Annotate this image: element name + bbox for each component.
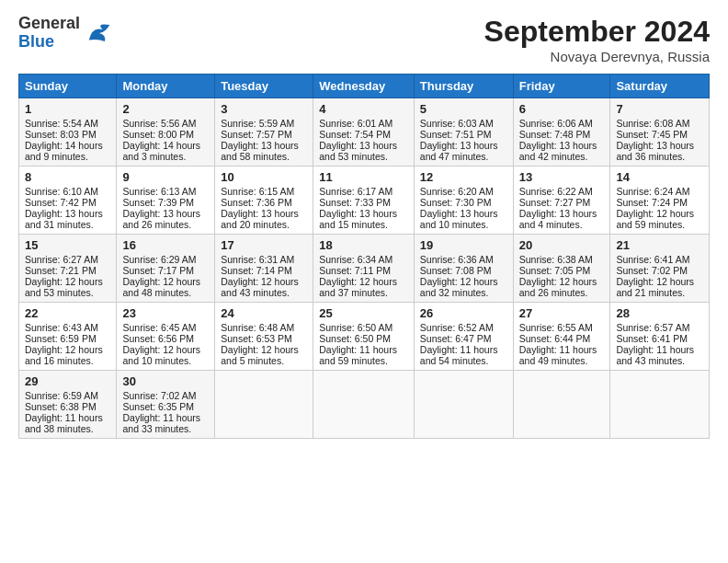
calendar-cell: 18Sunrise: 6:34 AMSunset: 7:11 PMDayligh…	[313, 235, 415, 303]
sunrise-label: Sunrise: 5:56 AM	[122, 118, 196, 129]
calendar-cell: 12Sunrise: 6:20 AMSunset: 7:30 PMDayligh…	[414, 167, 513, 235]
daylight-label: Daylight: 11 hours and 59 minutes.	[319, 344, 397, 366]
sunset-label: Sunset: 8:00 PM	[122, 129, 194, 140]
day-number: 8	[25, 170, 110, 184]
sunrise-label: Sunrise: 6:52 AM	[420, 322, 494, 333]
sunset-label: Sunset: 6:44 PM	[519, 333, 591, 344]
sunset-label: Sunset: 6:50 PM	[319, 333, 391, 344]
sunset-label: Sunset: 7:48 PM	[519, 129, 591, 140]
calendar-week-3: 15Sunrise: 6:27 AMSunset: 7:21 PMDayligh…	[19, 235, 710, 303]
day-number: 22	[25, 306, 110, 320]
daylight-label: Daylight: 13 hours and 36 minutes.	[616, 140, 694, 162]
day-number: 20	[519, 238, 605, 252]
logo-blue: Blue	[18, 33, 80, 52]
calendar-cell: 9Sunrise: 6:13 AMSunset: 7:39 PMDaylight…	[117, 167, 215, 235]
daylight-label: Daylight: 13 hours and 47 minutes.	[420, 140, 498, 162]
calendar-cell: 13Sunrise: 6:22 AMSunset: 7:27 PMDayligh…	[513, 167, 610, 235]
sunrise-label: Sunrise: 6:38 AM	[519, 254, 593, 265]
sunset-label: Sunset: 7:39 PM	[122, 197, 194, 208]
weekday-header-sunday: Sunday	[19, 75, 117, 98]
page: General Blue September 2024 Novaya Derev…	[0, 0, 728, 563]
day-number: 23	[122, 306, 209, 320]
sunset-label: Sunset: 6:53 PM	[221, 333, 292, 344]
day-number: 3	[221, 102, 307, 116]
daylight-label: Daylight: 12 hours and 26 minutes.	[519, 276, 597, 298]
day-number: 14	[616, 170, 703, 184]
weekday-header-thursday: Thursday	[414, 75, 513, 98]
calendar-cell: 27Sunrise: 6:55 AMSunset: 6:44 PMDayligh…	[513, 303, 610, 371]
daylight-label: Daylight: 13 hours and 20 minutes.	[221, 208, 299, 230]
sunset-label: Sunset: 7:30 PM	[420, 197, 492, 208]
sunrise-label: Sunrise: 6:55 AM	[519, 322, 593, 333]
calendar-cell: 22Sunrise: 6:43 AMSunset: 6:59 PMDayligh…	[19, 303, 117, 371]
sunrise-label: Sunrise: 6:34 AM	[319, 254, 392, 265]
calendar-cell: 21Sunrise: 6:41 AMSunset: 7:02 PMDayligh…	[610, 235, 710, 303]
sunrise-label: Sunrise: 6:10 AM	[25, 186, 98, 197]
calendar-cell: 23Sunrise: 6:45 AMSunset: 6:56 PMDayligh…	[117, 303, 215, 371]
calendar-cell	[610, 371, 710, 439]
location: Novaya Derevnya, Russia	[484, 49, 710, 64]
daylight-label: Daylight: 12 hours and 21 minutes.	[616, 276, 694, 298]
calendar-cell: 3Sunrise: 5:59 AMSunset: 7:57 PMDaylight…	[215, 98, 313, 167]
weekday-header-row: SundayMondayTuesdayWednesdayThursdayFrid…	[19, 75, 710, 98]
weekday-header-monday: Monday	[117, 75, 215, 98]
daylight-label: Daylight: 13 hours and 58 minutes.	[221, 140, 299, 162]
calendar-cell: 10Sunrise: 6:15 AMSunset: 7:36 PMDayligh…	[215, 167, 313, 235]
day-number: 19	[420, 238, 507, 252]
sunrise-label: Sunrise: 6:41 AM	[616, 254, 689, 265]
logo: General Blue	[18, 15, 113, 52]
calendar-cell: 16Sunrise: 6:29 AMSunset: 7:17 PMDayligh…	[117, 235, 215, 303]
day-number: 25	[319, 306, 408, 320]
day-number: 11	[319, 170, 408, 184]
calendar-cell: 26Sunrise: 6:52 AMSunset: 6:47 PMDayligh…	[414, 303, 513, 371]
day-number: 13	[519, 170, 605, 184]
daylight-label: Daylight: 13 hours and 26 minutes.	[122, 208, 200, 230]
daylight-label: Daylight: 12 hours and 43 minutes.	[221, 276, 299, 298]
day-number: 12	[420, 170, 507, 184]
calendar-cell: 4Sunrise: 6:01 AMSunset: 7:54 PMDaylight…	[313, 98, 415, 167]
title-block: September 2024 Novaya Derevnya, Russia	[484, 15, 710, 64]
daylight-label: Daylight: 11 hours and 33 minutes.	[122, 412, 200, 434]
daylight-label: Daylight: 13 hours and 31 minutes.	[25, 208, 103, 230]
sunrise-label: Sunrise: 6:17 AM	[319, 186, 392, 197]
sunset-label: Sunset: 7:54 PM	[319, 129, 391, 140]
sunrise-label: Sunrise: 6:27 AM	[25, 254, 98, 265]
sunrise-label: Sunrise: 6:43 AM	[25, 322, 98, 333]
sunrise-label: Sunrise: 6:45 AM	[122, 322, 196, 333]
day-number: 21	[616, 238, 703, 252]
calendar-cell: 2Sunrise: 5:56 AMSunset: 8:00 PMDaylight…	[117, 98, 215, 167]
daylight-label: Daylight: 13 hours and 15 minutes.	[319, 208, 397, 230]
calendar-cell: 11Sunrise: 6:17 AMSunset: 7:33 PMDayligh…	[313, 167, 415, 235]
sunrise-label: Sunrise: 6:22 AM	[519, 186, 593, 197]
sunrise-label: Sunrise: 6:48 AM	[221, 322, 294, 333]
sunrise-label: Sunrise: 6:31 AM	[221, 254, 294, 265]
sunset-label: Sunset: 7:05 PM	[519, 265, 591, 276]
calendar-cell: 1Sunrise: 5:54 AMSunset: 8:03 PMDaylight…	[19, 98, 117, 167]
calendar-week-5: 29Sunrise: 6:59 AMSunset: 6:38 PMDayligh…	[19, 371, 710, 439]
day-number: 15	[25, 238, 110, 252]
daylight-label: Daylight: 11 hours and 49 minutes.	[519, 344, 597, 366]
day-number: 30	[122, 374, 209, 388]
day-number: 17	[221, 238, 307, 252]
calendar-cell: 20Sunrise: 6:38 AMSunset: 7:05 PMDayligh…	[513, 235, 610, 303]
sunset-label: Sunset: 7:33 PM	[319, 197, 391, 208]
day-number: 2	[122, 102, 209, 116]
sunrise-label: Sunrise: 6:59 AM	[25, 390, 98, 401]
daylight-label: Daylight: 12 hours and 32 minutes.	[420, 276, 498, 298]
calendar-cell: 14Sunrise: 6:24 AMSunset: 7:24 PMDayligh…	[610, 167, 710, 235]
weekday-header-saturday: Saturday	[610, 75, 710, 98]
weekday-header-tuesday: Tuesday	[215, 75, 313, 98]
sunset-label: Sunset: 6:38 PM	[25, 401, 97, 412]
sunset-label: Sunset: 6:59 PM	[25, 333, 97, 344]
sunset-label: Sunset: 7:24 PM	[616, 197, 688, 208]
day-number: 28	[616, 306, 703, 320]
sunrise-label: Sunrise: 6:01 AM	[319, 118, 392, 129]
logo-text: General Blue	[18, 15, 80, 52]
calendar-cell	[414, 371, 513, 439]
day-number: 6	[519, 102, 605, 116]
sunrise-label: Sunrise: 6:36 AM	[420, 254, 494, 265]
calendar-cell: 17Sunrise: 6:31 AMSunset: 7:14 PMDayligh…	[215, 235, 313, 303]
weekday-header-friday: Friday	[513, 75, 610, 98]
daylight-label: Daylight: 12 hours and 10 minutes.	[122, 344, 200, 366]
daylight-label: Daylight: 13 hours and 4 minutes.	[519, 208, 597, 230]
